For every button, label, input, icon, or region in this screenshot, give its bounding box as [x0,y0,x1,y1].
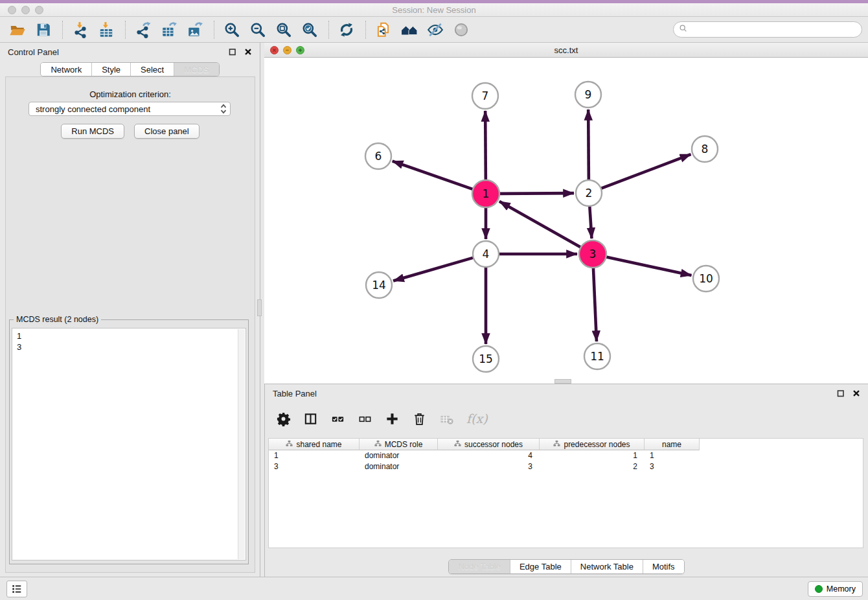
node-9[interactable]: 9 [575,82,601,108]
edge-3-1[interactable] [499,202,581,248]
table-row[interactable]: 3dominator323 [269,461,863,472]
edge-2-9[interactable] [588,110,589,180]
search-input[interactable] [691,24,856,35]
table-panel-header: Table Panel [265,384,868,402]
cell-mcds-role[interactable]: dominator [360,450,438,461]
node-label-1: 1 [483,187,490,200]
criterion-label: Optimization criterion: [6,89,255,99]
select-all-rows-button[interactable] [330,410,347,427]
cell-shared-name[interactable]: 3 [269,461,360,472]
table-row[interactable]: 1dominator411 [269,450,863,461]
edge-1-7[interactable] [485,111,486,180]
network-canvas-svg[interactable]: 7968124314101511 [264,58,868,384]
node-10[interactable]: 10 [693,266,719,292]
horizontal-splitter-handle[interactable] [554,379,571,384]
run-mcds-button[interactable]: Run MCDS [61,124,124,139]
table-tab-motifs[interactable]: Motifs [643,560,684,573]
vertical-splitter-handle[interactable] [257,299,262,316]
node-3[interactable]: 3 [579,240,606,268]
node-11[interactable]: 11 [584,343,610,369]
import-table-button[interactable] [97,19,117,40]
show-columns-button[interactable] [303,410,319,427]
result-scrollbar[interactable] [238,329,245,559]
table-panel-float-button[interactable] [836,388,846,398]
open-session-button[interactable] [8,19,29,40]
node-label-11: 11 [590,350,604,363]
mcds-result-text[interactable]: 13 [12,328,246,560]
criterion-select[interactable]: strongly connected component [29,102,231,116]
node-4[interactable]: 4 [473,241,499,267]
node-1[interactable]: 1 [472,180,499,207]
node-6[interactable]: 6 [365,143,391,169]
cell-successor-nodes[interactable]: 4 [438,450,540,461]
zoom-fit-icon [275,21,293,38]
node-table: shared nameMCDS rolesuccessor nodesprede… [268,438,863,548]
successor-nodes-column-header[interactable]: successor nodes [438,439,540,450]
name-column-header[interactable]: name [645,439,700,450]
cell-name[interactable]: 1 [645,450,700,461]
save-session-button[interactable] [34,19,54,40]
edge-2-8[interactable] [601,154,691,189]
edge-1-6[interactable] [393,161,473,189]
node-8[interactable]: 8 [692,136,718,162]
add-column-button[interactable] [384,410,401,427]
tab-select[interactable]: Select [130,63,174,76]
mcds-role-column-header[interactable]: MCDS role [360,439,438,450]
column-label: shared name [296,440,341,449]
clear-row-selection-button[interactable] [357,410,374,427]
export-table-button[interactable] [159,19,180,40]
tab-network[interactable]: Network [41,63,91,76]
edge-1-2[interactable] [499,193,574,194]
zoom-fit-button[interactable] [274,19,295,40]
shared-name-column-header[interactable]: shared name [269,439,360,450]
memory-button[interactable]: Memory [808,581,863,597]
close-icon [852,389,862,398]
import-network-button[interactable] [71,19,91,40]
edge-2-3[interactable] [589,206,591,238]
table-delete-icon [439,411,455,426]
node-label-6: 6 [375,150,382,163]
edge-3-10[interactable] [606,257,692,275]
close-panel-button[interactable]: Close panel [134,124,200,139]
export-image-button[interactable] [185,19,206,40]
node-15[interactable]: 15 [473,346,499,372]
table-tab-edge-table[interactable]: Edge Table [510,560,571,573]
cell-predecessor-nodes[interactable]: 1 [540,450,645,461]
task-history-button[interactable] [6,581,27,597]
node-2[interactable]: 2 [576,180,602,206]
edge-3-11[interactable] [593,268,597,341]
column-tree-icon [553,440,560,449]
cell-successor-nodes[interactable]: 3 [438,461,540,472]
network-canvas[interactable]: 7968124314101511 [264,58,868,384]
table-tab-node-table[interactable]: Node Table [449,560,510,573]
node-7[interactable]: 7 [472,83,498,109]
cell-mcds-role[interactable]: dominator [360,461,438,472]
tab-mcds[interactable]: MCDS [174,63,218,76]
new-network-from-selection-button[interactable] [374,19,394,40]
apply-layout-button[interactable] [337,19,358,40]
delete-column-button[interactable] [411,410,428,427]
zoom-in-button[interactable] [222,19,243,40]
zoom-selected-button[interactable] [300,19,321,40]
table-panel-close-button[interactable] [852,388,862,398]
table-settings-button[interactable] [275,410,292,427]
columns-icon [303,411,319,426]
cytoscape-window: Session: New Session Control Panel Netwo… [0,0,868,600]
show-all-button [451,19,472,40]
edge-4-14[interactable] [393,258,474,281]
search-box[interactable] [673,21,862,38]
cell-predecessor-nodes[interactable]: 2 [540,461,645,472]
hide-selected-button[interactable] [426,19,446,40]
cell-shared-name[interactable]: 1 [269,450,360,461]
node-14[interactable]: 14 [366,272,392,298]
tab-style[interactable]: Style [91,63,130,76]
zoom-out-button[interactable] [248,19,269,40]
predecessor-nodes-column-header[interactable]: predecessor nodes [540,439,645,450]
control-panel-close-button[interactable] [244,47,253,56]
table-tab-network-table[interactable]: Network Table [571,560,643,573]
export-network-button[interactable] [133,19,154,40]
first-neighbors-button[interactable] [400,19,420,40]
column-tree-icon [286,440,293,449]
cell-name[interactable]: 3 [645,461,700,472]
control-panel-float-button[interactable] [228,47,238,56]
